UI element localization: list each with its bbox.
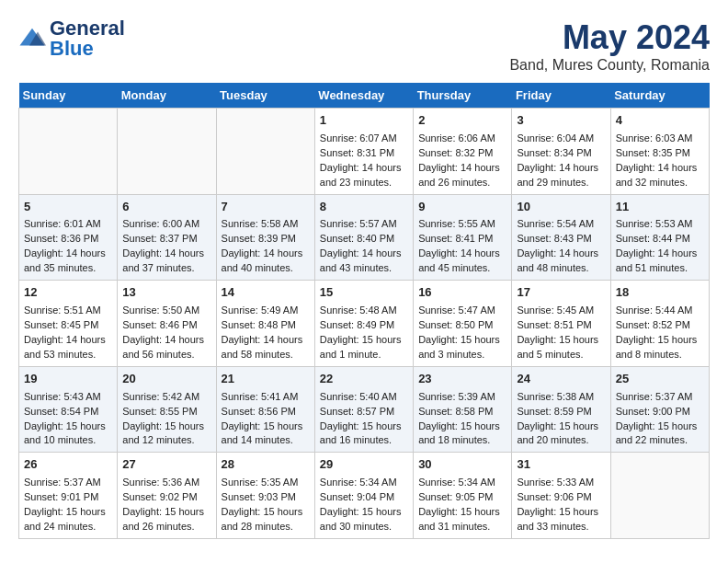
day-info-line: and 8 minutes.: [616, 348, 704, 362]
day-info-line: Sunrise: 6:07 AM: [320, 132, 408, 146]
day-number: 21: [222, 371, 310, 388]
day-info-line: Sunrise: 5:49 AM: [222, 304, 310, 318]
day-number: 27: [122, 456, 210, 474]
day-info-line: Daylight: 15 hours: [418, 419, 506, 434]
logo-text: General Blue: [50, 18, 125, 59]
calendar-cell: 9Sunrise: 5:55 AMSunset: 8:41 PMDaylight…: [414, 194, 512, 281]
calendar-cell: 11Sunrise: 5:53 AMSunset: 8:44 PMDayligh…: [610, 194, 709, 281]
day-info-line: Sunset: 8:48 PM: [222, 318, 310, 333]
day-info-line: Sunrise: 6:04 AM: [517, 132, 605, 146]
day-info-line: Sunset: 9:06 PM: [517, 490, 605, 505]
day-info-line: and 16 minutes.: [320, 433, 408, 448]
day-info-line: Daylight: 14 hours: [122, 333, 210, 348]
day-info-line: Sunset: 8:41 PM: [418, 232, 506, 247]
day-number: 7: [222, 199, 310, 216]
day-header-tuesday: Tuesday: [216, 83, 314, 109]
day-info-line: Sunset: 9:00 PM: [616, 405, 704, 419]
day-info-line: and 53 minutes.: [24, 348, 112, 362]
day-info-line: Daylight: 15 hours: [222, 419, 310, 434]
day-info-line: Daylight: 14 hours: [418, 161, 506, 176]
day-info-line: Sunset: 8:57 PM: [320, 405, 408, 419]
day-info-line: Daylight: 15 hours: [517, 419, 605, 434]
logo-icon: [18, 25, 46, 52]
day-info-line: Sunrise: 5:37 AM: [24, 476, 112, 490]
calendar-cell: 20Sunrise: 5:42 AMSunset: 8:55 PMDayligh…: [118, 366, 216, 453]
day-info-line: Sunrise: 6:06 AM: [418, 132, 506, 146]
day-info-line: Sunset: 8:46 PM: [122, 318, 210, 333]
day-info-line: Sunset: 8:58 PM: [418, 405, 506, 419]
day-info-line: Sunset: 8:55 PM: [122, 405, 210, 419]
day-info-line: Sunrise: 5:45 AM: [517, 304, 605, 318]
calendar-cell: 21Sunrise: 5:41 AMSunset: 8:56 PMDayligh…: [216, 366, 314, 453]
day-info-line: Daylight: 15 hours: [517, 505, 605, 520]
day-info-line: and 10 minutes.: [24, 433, 112, 448]
day-info-line: and 26 minutes.: [122, 520, 210, 534]
day-info-line: Sunset: 8:32 PM: [418, 146, 506, 161]
day-info-line: Sunset: 8:45 PM: [24, 318, 112, 333]
day-info-line: Sunset: 9:04 PM: [320, 490, 408, 505]
day-header-friday: Friday: [512, 83, 610, 109]
logo-blue: Blue: [50, 37, 94, 60]
day-info-line: Sunset: 8:31 PM: [320, 146, 408, 161]
day-number: 19: [24, 371, 112, 388]
day-info-line: Sunrise: 5:47 AM: [418, 304, 506, 318]
day-info-line: and 5 minutes.: [517, 348, 605, 362]
calendar-cell: 23Sunrise: 5:39 AMSunset: 8:58 PMDayligh…: [414, 366, 512, 453]
day-info-line: and 37 minutes.: [122, 261, 210, 276]
day-info-line: and 29 minutes.: [517, 176, 605, 190]
day-info-line: and 43 minutes.: [320, 261, 408, 276]
day-number: 29: [320, 456, 408, 474]
day-number: 13: [122, 284, 210, 302]
subtitle: Band, Mures County, Romania: [509, 57, 710, 74]
calendar-cell: 31Sunrise: 5:33 AMSunset: 9:06 PMDayligh…: [512, 453, 610, 539]
day-number: 5: [24, 199, 112, 216]
day-info-line: and 51 minutes.: [616, 261, 704, 276]
day-info-line: Daylight: 15 hours: [24, 419, 112, 434]
title-block: May 2024 Band, Mures County, Romania: [509, 18, 710, 74]
day-info-line: and 28 minutes.: [222, 520, 310, 534]
day-info-line: and 23 minutes.: [320, 176, 408, 190]
day-info-line: Daylight: 14 hours: [222, 333, 310, 348]
day-info-line: and 3 minutes.: [418, 348, 506, 362]
calendar-cell: 24Sunrise: 5:38 AMSunset: 8:59 PMDayligh…: [512, 366, 610, 453]
day-info-line: Sunset: 8:40 PM: [320, 232, 408, 247]
calendar-cell: 17Sunrise: 5:45 AMSunset: 8:51 PMDayligh…: [512, 281, 610, 367]
day-number: 16: [418, 284, 506, 302]
day-info-line: Daylight: 14 hours: [517, 247, 605, 261]
calendar-cell: 14Sunrise: 5:49 AMSunset: 8:48 PMDayligh…: [216, 281, 314, 367]
day-number: 1: [320, 112, 408, 130]
day-info-line: Daylight: 15 hours: [517, 333, 605, 348]
day-info-line: Daylight: 15 hours: [616, 419, 704, 434]
calendar-cell: 26Sunrise: 5:37 AMSunset: 9:01 PMDayligh…: [19, 453, 118, 539]
day-info-line: Sunset: 8:59 PM: [517, 405, 605, 419]
day-info-line: and 1 minute.: [320, 348, 408, 362]
day-info-line: Sunrise: 5:39 AM: [418, 390, 506, 405]
day-header-saturday: Saturday: [610, 83, 709, 109]
day-info-line: Sunrise: 5:50 AM: [122, 304, 210, 318]
logo: General Blue: [18, 18, 125, 59]
day-info-line: Sunrise: 5:34 AM: [418, 476, 506, 490]
day-info-line: and 14 minutes.: [222, 433, 310, 448]
day-number: 18: [616, 284, 704, 302]
week-row-4: 19Sunrise: 5:43 AMSunset: 8:54 PMDayligh…: [19, 366, 710, 453]
calendar-cell: 25Sunrise: 5:37 AMSunset: 9:00 PMDayligh…: [610, 366, 709, 453]
day-info-line: Sunrise: 5:58 AM: [222, 217, 310, 232]
day-info-line: Sunset: 8:52 PM: [616, 318, 704, 333]
day-info-line: Sunset: 8:49 PM: [320, 318, 408, 333]
day-number: 2: [418, 112, 506, 130]
day-info-line: Sunrise: 5:57 AM: [320, 217, 408, 232]
day-info-line: and 33 minutes.: [517, 520, 605, 534]
day-info-line: Daylight: 15 hours: [122, 505, 210, 520]
calendar-cell: 13Sunrise: 5:50 AMSunset: 8:46 PMDayligh…: [118, 281, 216, 367]
day-info-line: and 31 minutes.: [418, 520, 506, 534]
day-info-line: Sunrise: 5:37 AM: [616, 390, 704, 405]
header: General Blue May 2024 Band, Mures County…: [18, 18, 710, 74]
calendar-cell: [118, 109, 216, 195]
day-info-line: Sunset: 8:36 PM: [24, 232, 112, 247]
calendar-cell: 2Sunrise: 6:06 AMSunset: 8:32 PMDaylight…: [414, 109, 512, 195]
day-number: 17: [517, 284, 605, 302]
calendar-cell: 18Sunrise: 5:44 AMSunset: 8:52 PMDayligh…: [610, 281, 709, 367]
day-info-line: Daylight: 15 hours: [122, 419, 210, 434]
day-number: 11: [616, 199, 704, 216]
day-info-line: Sunset: 9:03 PM: [222, 490, 310, 505]
